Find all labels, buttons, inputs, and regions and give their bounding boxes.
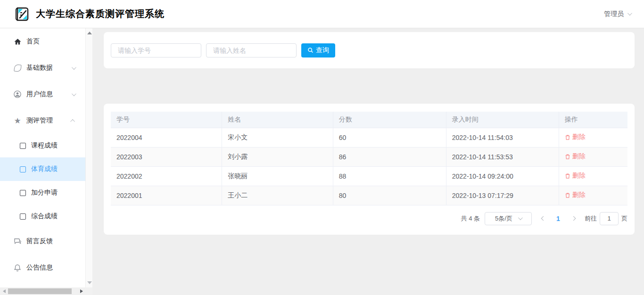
- goto-page: 前往 页: [585, 212, 627, 225]
- cell-name: 宋小文: [222, 128, 333, 147]
- leaf-icon: [13, 64, 22, 72]
- sidebar-item-bonus-apply[interactable]: 加分申请: [0, 181, 85, 205]
- scores-table: 学号 姓名 分数 录入时间 操作 2022004 宋小文 60 2022-10-…: [111, 112, 627, 205]
- sidebar: 首页 基础数据 用户信息 ★ 测评管理 课程成绩: [0, 28, 92, 295]
- goto-page-input[interactable]: [600, 212, 619, 225]
- column-header-student-id: 学号: [111, 112, 222, 128]
- next-page-button[interactable]: [567, 212, 580, 225]
- table-row: 2022002 张晓丽 88 2022-10-14 09:24:00 删除: [111, 166, 627, 186]
- delete-button[interactable]: 删除: [565, 191, 586, 199]
- column-header-name: 姓名: [222, 112, 333, 128]
- cell-time: 2022-10-14 09:24:00: [446, 166, 559, 186]
- column-header-score: 分数: [333, 112, 446, 128]
- query-button-label: 查询: [316, 46, 329, 55]
- page-unit-label: 页: [621, 214, 627, 223]
- sidebar-item-label: 留言反馈: [26, 237, 53, 246]
- student-id-input[interactable]: [111, 43, 201, 57]
- results-panel: 学号 姓名 分数 录入时间 操作 2022004 宋小文 60 2022-10-…: [104, 104, 635, 235]
- sidebar-item-announcements[interactable]: 公告信息: [0, 254, 85, 281]
- cell-time: 2022-10-14 11:53:53: [446, 147, 559, 166]
- sidebar-item-basic-data[interactable]: 基础数据: [0, 55, 85, 81]
- square-icon: [20, 213, 26, 220]
- chevron-down-icon: [72, 91, 76, 96]
- page-navigation: 1: [537, 212, 580, 225]
- sidebar-item-label: 公告信息: [26, 263, 53, 272]
- column-header-time: 录入时间: [446, 112, 559, 128]
- sidebar-item-label: 课程成绩: [31, 141, 58, 150]
- table-row: 2022001 王小二 80 2022-10-13 07:17:29 删除: [111, 186, 627, 205]
- cell-time: 2022-10-14 11:54:03: [446, 128, 559, 147]
- sidebar-item-label: 用户信息: [26, 90, 53, 98]
- delete-button[interactable]: 删除: [565, 172, 586, 180]
- cell-time: 2022-10-13 07:17:29: [446, 186, 559, 205]
- chevron-down-icon: [627, 11, 632, 16]
- cell-score: 86: [333, 147, 446, 166]
- cell-score: 88: [333, 166, 446, 186]
- cell-name: 王小二: [222, 186, 333, 205]
- user-menu[interactable]: 管理员: [604, 10, 631, 18]
- square-icon: [20, 143, 26, 149]
- delete-button-label: 删除: [572, 133, 586, 141]
- app-header: 大学生综合素质测评管理系统 管理员: [0, 0, 644, 28]
- pagination-total: 共 4 条: [461, 214, 480, 223]
- sidebar-item-overall-score[interactable]: 综合成绩: [0, 205, 85, 228]
- delete-button-label: 删除: [572, 191, 586, 199]
- page-size-label: 5条/页: [495, 214, 512, 223]
- delete-button[interactable]: 删除: [565, 152, 586, 161]
- scroll-right-arrow-icon[interactable]: [80, 289, 83, 293]
- sidebar-item-sports-score[interactable]: 体育成绩: [0, 157, 85, 181]
- cell-score: 60: [333, 128, 446, 147]
- user-menu-label: 管理员: [604, 10, 624, 18]
- pagination: 共 4 条 5条/页 1 前往 页: [111, 212, 627, 225]
- delete-button-label: 删除: [572, 172, 586, 180]
- square-icon: [20, 166, 26, 172]
- table-row: 2022004 宋小文 60 2022-10-14 11:54:03 删除: [111, 128, 627, 147]
- prev-page-button[interactable]: [537, 212, 550, 225]
- home-icon: [13, 37, 22, 46]
- delete-button-label: 删除: [572, 152, 586, 161]
- sidebar-horizontal-scrollbar[interactable]: [0, 287, 92, 295]
- sidebar-vertical-scrollbar[interactable]: [85, 28, 92, 287]
- name-input[interactable]: [206, 43, 297, 57]
- search-panel: 查询: [104, 32, 635, 68]
- table-header-row: 学号 姓名 分数 录入时间 操作: [111, 112, 627, 128]
- sidebar-item-label: 首页: [26, 37, 40, 46]
- sidebar-menu: 首页 基础数据 用户信息 ★ 测评管理 课程成绩: [0, 28, 85, 287]
- square-icon: [20, 190, 26, 196]
- app-logo-icon: [13, 5, 32, 24]
- page-size-select[interactable]: 5条/页: [485, 212, 532, 225]
- table-row: 2022003 刘小露 86 2022-10-14 11:53:53 删除: [111, 147, 627, 166]
- page-title: 大学生综合素质测评管理系统: [36, 8, 165, 20]
- chevron-down-icon: [518, 215, 523, 220]
- sidebar-item-home[interactable]: 首页: [0, 28, 85, 55]
- sidebar-item-user-info[interactable]: 用户信息: [0, 81, 85, 107]
- sidebar-item-label: 基础数据: [26, 64, 53, 72]
- current-page-number[interactable]: 1: [552, 212, 565, 225]
- sidebar-item-feedback[interactable]: 留言反馈: [0, 228, 85, 254]
- sidebar-item-label: 综合成绩: [31, 212, 58, 221]
- cell-student-id: 2022001: [111, 186, 222, 205]
- chevron-down-icon: [72, 65, 76, 70]
- scroll-left-arrow-icon[interactable]: [3, 289, 6, 293]
- sidebar-item-label: 加分申请: [31, 188, 58, 197]
- user-icon: [13, 90, 22, 98]
- sidebar-item-label: 体育成绩: [31, 165, 58, 173]
- cell-student-id: 2022003: [111, 147, 222, 166]
- star-icon: ★: [13, 116, 22, 125]
- sidebar-item-evaluation[interactable]: ★ 测评管理: [0, 107, 85, 134]
- chevron-up-icon: [70, 119, 75, 123]
- cell-name: 刘小露: [222, 147, 333, 166]
- scrollbar-thumb[interactable]: [8, 288, 72, 294]
- search-icon: [307, 47, 314, 53]
- scroll-up-arrow-icon[interactable]: [87, 32, 92, 34]
- sidebar-item-label: 测评管理: [26, 116, 53, 125]
- sidebar-item-course-score[interactable]: 课程成绩: [0, 134, 85, 157]
- delete-button[interactable]: 删除: [565, 133, 586, 141]
- column-header-actions: 操作: [559, 112, 627, 128]
- cell-student-id: 2022002: [111, 166, 222, 186]
- goto-label: 前往: [585, 214, 597, 223]
- scroll-down-arrow-icon[interactable]: [87, 281, 92, 284]
- main-content: 查询 学号 姓名 分数 录入时间 操作 2022004 宋小文 60 202: [92, 28, 644, 295]
- query-button[interactable]: 查询: [301, 43, 335, 57]
- cell-student-id: 2022004: [111, 128, 222, 147]
